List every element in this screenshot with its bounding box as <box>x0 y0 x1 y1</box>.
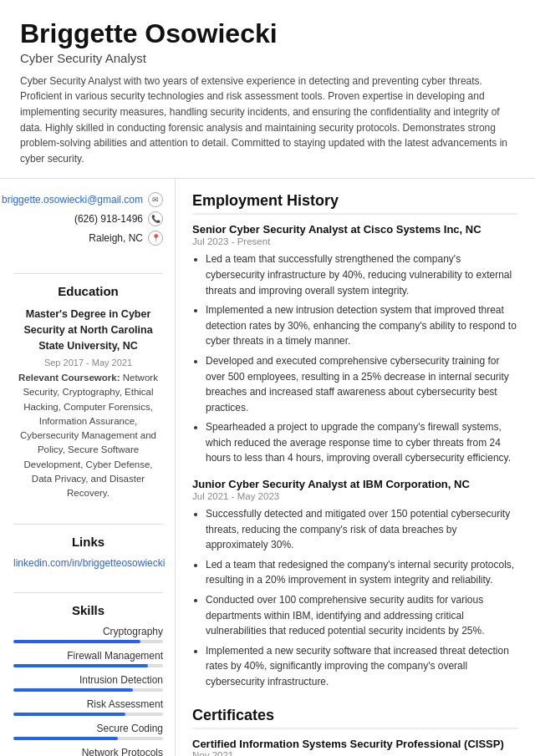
links-section: Links linkedin.com/in/briggetteosowiecki <box>13 535 163 569</box>
left-column: briggette.osowiecki@gmail.com ✉ (626) 91… <box>0 179 176 756</box>
skill-name: Firewall Management <box>13 650 163 662</box>
email-link[interactable]: briggette.osowiecki@gmail.com <box>2 194 143 205</box>
edu-degree: Master's Degree in Cyber Security at Nor… <box>13 307 163 353</box>
job-block: Senior Cyber Security Analyst at Cisco S… <box>192 223 518 466</box>
right-column: Employment History Senior Cyber Security… <box>176 179 535 756</box>
skill-bar-fill <box>13 688 133 692</box>
job-bullet: Led a team that redesigned the company's… <box>206 557 518 588</box>
certificates-list: Certified Information Systems Security P… <box>192 738 518 756</box>
links-title: Links <box>13 535 163 549</box>
body-columns: briggette.osowiecki@gmail.com ✉ (626) 91… <box>0 179 535 756</box>
divider-links-skills <box>13 592 163 593</box>
skill-bar-fill <box>13 664 148 667</box>
skill-item: Risk Assessment <box>13 698 163 716</box>
job-block: Junior Cyber Security Analyst at IBM Cor… <box>192 478 518 690</box>
linkedin-link[interactable]: linkedin.com/in/briggetteosowiecki <box>13 557 163 569</box>
skills-list: Cryptography Firewall Management Intrusi… <box>13 626 163 756</box>
education-section: Education Master's Degree in Cyber Secur… <box>13 284 163 500</box>
contact-section: briggette.osowiecki@gmail.com ✉ (626) 91… <box>13 192 163 250</box>
job-bullet: Led a team that successfully strengthene… <box>206 251 518 298</box>
job-bullet: Spearheaded a project to upgrade the com… <box>206 419 518 466</box>
skills-section: Skills Cryptography Firewall Management … <box>13 603 163 756</box>
job-bullet: Successfully detected and mitigated over… <box>206 506 518 553</box>
skill-bar-bg <box>13 664 163 667</box>
job-bullet: Developed and executed comprehensive cyb… <box>206 353 518 415</box>
skill-bar-bg <box>13 688 163 692</box>
job-bullet: Implemented a new intrusion detection sy… <box>206 302 518 349</box>
header-section: Briggette Osowiecki Cyber Security Analy… <box>0 0 535 179</box>
certificate-item: Certified Information Systems Security P… <box>192 738 518 756</box>
location-text: Raleigh, NC <box>89 232 143 244</box>
job-title: Junior Cyber Security Analyst at IBM Cor… <box>192 478 518 490</box>
job-bullets: Led a team that successfully strengthene… <box>192 251 518 466</box>
jobs-list: Senior Cyber Security Analyst at Cisco S… <box>192 223 518 689</box>
resume-page: Briggette Osowiecki Cyber Security Analy… <box>0 0 535 756</box>
skill-item: Secure Coding <box>13 723 163 740</box>
coursework-text: Network Security, Cryptography, Ethical … <box>20 373 158 498</box>
cert-name: Certified Information Systems Security P… <box>192 738 518 750</box>
coursework-label: Relevant Coursework: <box>18 373 120 383</box>
education-title: Education <box>13 284 163 298</box>
cert-date: Nov 2021 <box>192 750 518 756</box>
employment-title: Employment History <box>192 192 518 215</box>
email-icon: ✉ <box>148 192 163 207</box>
skill-bar-fill <box>13 713 125 716</box>
phone-icon: 📞 <box>148 211 163 226</box>
education-content: Master's Degree in Cyber Security at Nor… <box>13 307 163 500</box>
skills-title: Skills <box>13 603 163 617</box>
candidate-title: Cyber Security Analyst <box>20 51 515 65</box>
skill-bar-fill <box>13 737 118 740</box>
employment-section: Employment History Senior Cyber Security… <box>192 192 518 689</box>
contact-phone-row: (626) 918-1496 📞 <box>13 211 163 226</box>
skill-name: Intrusion Detection <box>13 674 163 686</box>
job-dates: Jul 2023 - Present <box>192 236 518 246</box>
job-bullets: Successfully detected and mitigated over… <box>192 506 518 690</box>
candidate-name: Briggette Osowiecki <box>20 18 515 49</box>
job-bullet: Conducted over 100 comprehensive securit… <box>206 592 518 639</box>
skill-name: Risk Assessment <box>13 698 163 710</box>
edu-coursework: Relevant Coursework: Network Security, C… <box>13 371 163 500</box>
contact-location-row: Raleigh, NC 📍 <box>13 231 163 246</box>
job-dates: Jul 2021 - May 2023 <box>192 491 518 501</box>
skill-item: Intrusion Detection <box>13 674 163 692</box>
certificates-section: Certificates Certified Information Syste… <box>192 707 518 756</box>
skill-bar-fill <box>13 640 140 643</box>
skill-item: Network Protocols <box>13 747 163 756</box>
job-title: Senior Cyber Security Analyst at Cisco S… <box>192 223 518 236</box>
edu-dates: Sep 2017 - May 2021 <box>13 356 163 370</box>
skill-name: Cryptography <box>13 626 163 637</box>
skill-name: Secure Coding <box>13 723 163 734</box>
skill-item: Cryptography <box>13 626 163 643</box>
skill-item: Firewall Management <box>13 650 163 667</box>
skill-bar-bg <box>13 713 163 716</box>
phone-text: (626) 918-1496 <box>74 213 143 225</box>
candidate-summary: Cyber Security Analyst with two years of… <box>20 74 515 167</box>
divider-contact-edu <box>13 273 163 274</box>
location-icon: 📍 <box>148 231 163 246</box>
skill-name: Network Protocols <box>13 747 163 756</box>
skill-bar-bg <box>13 737 163 740</box>
certificates-title: Certificates <box>192 707 518 729</box>
contact-email-row: briggette.osowiecki@gmail.com ✉ <box>13 192 163 207</box>
skill-bar-bg <box>13 640 163 643</box>
job-bullet: Implemented a new security software that… <box>206 643 518 690</box>
divider-edu-links <box>13 524 163 525</box>
